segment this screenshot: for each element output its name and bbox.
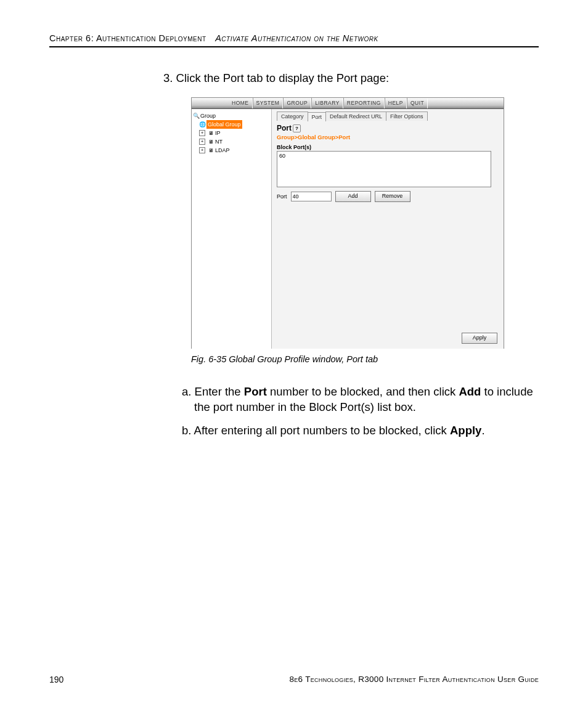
- port-label: Port: [277, 193, 287, 200]
- folder-icon: 🖥: [208, 129, 214, 137]
- tab-default-redirect[interactable]: Default Redirect URL: [325, 112, 386, 121]
- menu-library[interactable]: LIBRARY: [311, 98, 343, 108]
- page-footer: 190 8e6 Technologies, R3000 Internet Fil…: [49, 675, 539, 684]
- remove-button[interactable]: Remove: [375, 191, 410, 202]
- expand-icon[interactable]: +: [199, 139, 205, 145]
- bold-port: Port: [244, 385, 267, 398]
- tree-item-ip[interactable]: + 🖥 IP: [199, 129, 270, 137]
- menu-group[interactable]: GROUP: [283, 98, 311, 108]
- footer-right: 8e6 Technologies, R3000 Internet Filter …: [289, 675, 539, 684]
- tree-root[interactable]: 🔍 Group: [193, 112, 270, 120]
- main-panel: Category Port Default Redirect URL Filte…: [272, 109, 504, 349]
- tab-filter-options[interactable]: Filter Options: [386, 112, 428, 121]
- panel-title-text: Port: [277, 124, 292, 132]
- block-ports-listbox[interactable]: 60: [277, 151, 491, 187]
- tree-item-label: NT: [215, 137, 223, 146]
- substep-a: a. Enter the Port number to be blocked, …: [194, 384, 539, 415]
- menu-reporting[interactable]: REPORTING: [343, 98, 385, 108]
- menu-system[interactable]: SYSTEM: [253, 98, 284, 108]
- tree-root-label: Group: [200, 112, 216, 120]
- text: b. After entering all port numbers to be…: [182, 424, 450, 437]
- expand-icon[interactable]: +: [199, 130, 205, 136]
- apply-button[interactable]: Apply: [462, 333, 497, 344]
- step-3-text: 3. Click the Port tab to display the Por…: [163, 71, 539, 86]
- page-number: 190: [49, 675, 63, 684]
- globe-icon: 🌐: [199, 120, 205, 129]
- chapter-label: Chapter 6: Authentication Deployment: [49, 33, 206, 43]
- expand-icon[interactable]: +: [199, 147, 205, 153]
- tree-item-ldap[interactable]: + 🖥 LDAP: [199, 146, 270, 155]
- tree-item-label: Global Group: [206, 120, 242, 129]
- menu-home[interactable]: HOME: [229, 98, 253, 108]
- menu-help[interactable]: HELP: [385, 98, 407, 108]
- tree-item-label: LDAP: [215, 146, 230, 155]
- menu-quit[interactable]: QUIT: [407, 98, 428, 108]
- page-header: Chapter 6: Authentication Deployment Act…: [49, 33, 539, 47]
- tree-item-global-group[interactable]: 🌐 Global Group: [199, 120, 270, 129]
- group-icon: 🔍: [193, 112, 199, 120]
- tree-item-label: IP: [215, 129, 221, 137]
- folder-icon: 🖥: [208, 137, 214, 146]
- text: number to be blocked, and then click: [267, 385, 459, 398]
- menubar: HOME SYSTEM GROUP LIBRARY REPORTING HELP…: [192, 98, 504, 109]
- tab-category[interactable]: Category: [277, 112, 308, 121]
- tab-strip: Category Port Default Redirect URL Filte…: [277, 112, 499, 121]
- add-button[interactable]: Add: [335, 191, 371, 202]
- text: a. Enter the: [182, 385, 244, 398]
- bold-apply: Apply: [450, 424, 481, 437]
- block-ports-label: Block Port(s): [277, 144, 499, 151]
- folder-icon: 🖥: [208, 146, 214, 155]
- tree-panel: 🔍 Group 🌐 Global Group + 🖥 IP + 🖥: [192, 109, 272, 349]
- port-input[interactable]: [291, 192, 332, 201]
- tab-port[interactable]: Port: [308, 112, 327, 121]
- panel-title: Port?: [277, 123, 499, 133]
- text: .: [481, 424, 484, 437]
- section-label: Activate Authentication on the Network: [215, 33, 378, 43]
- tree-item-nt[interactable]: + 🖥 NT: [199, 137, 270, 146]
- bold-add: Add: [459, 385, 481, 398]
- breadcrumb: Group>Global Group>Port: [277, 134, 499, 142]
- figure-caption: Fig. 6-35 Global Group Profile window, P…: [191, 354, 539, 366]
- list-item: 60: [279, 153, 285, 159]
- screenshot-window: HOME SYSTEM GROUP LIBRARY REPORTING HELP…: [191, 97, 504, 349]
- substep-b: b. After entering all port numbers to be…: [194, 423, 539, 439]
- help-icon[interactable]: ?: [293, 124, 301, 132]
